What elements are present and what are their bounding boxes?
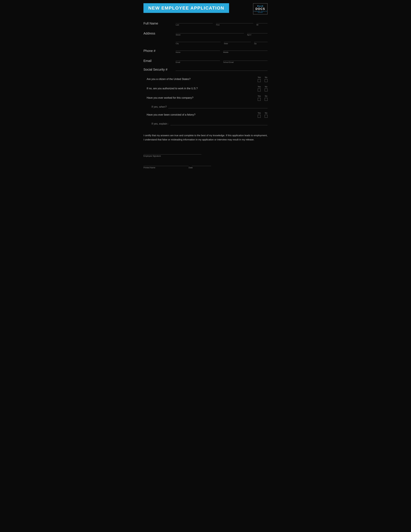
signature-section: Employee Signature Printed Name Date: [143, 150, 268, 169]
phone-label: Phone #: [143, 47, 176, 53]
question-row-1: Are you a citizen of the United States? …: [147, 76, 268, 82]
email-section: Email Email School Email: [143, 57, 268, 64]
ssn-input-wrap: [176, 67, 268, 71]
yes-no-group-2: Yes No: [258, 86, 268, 91]
zip-group: Zip: [254, 38, 268, 45]
email-group: Email: [176, 57, 220, 63]
employee-signature-wrap: Employee Signature: [143, 150, 268, 157]
no-checkbox-4[interactable]: [265, 115, 268, 118]
email-input[interactable]: [176, 57, 220, 61]
certification-section: I certify that my answers are true and c…: [143, 133, 268, 142]
zip-label: Zip: [254, 43, 268, 45]
phone-section: Phone # Home Mobile: [143, 47, 268, 54]
yes-checkbox-2[interactable]: [258, 88, 261, 91]
city-label: City: [176, 43, 221, 45]
no-label-3: No: [265, 95, 267, 97]
question-text-4: Have you ever been convicted of a felony…: [147, 113, 254, 116]
mi-input[interactable]: [256, 19, 268, 23]
date-input[interactable]: [192, 162, 211, 166]
city-input[interactable]: [176, 38, 221, 42]
first-name-input[interactable]: [216, 19, 253, 23]
questions-section: Are you a citizen of the United States? …: [143, 76, 268, 125]
no-col-4: No: [265, 112, 268, 118]
question-row-2: If no, are you authorized to work in the…: [147, 86, 268, 91]
apt-group: Apt #: [247, 29, 268, 36]
followup-input-4[interactable]: [170, 121, 268, 125]
last-name-label: Last: [176, 24, 213, 26]
city-group: City: [176, 38, 221, 45]
header: NEW EMPLOYEE APPLICATION R●●S DOCS respo…: [143, 3, 268, 13]
state-label: State: [224, 43, 251, 45]
yes-no-group-3: Yes No: [258, 95, 268, 101]
employee-signature-label: Employee Signature: [143, 155, 268, 157]
mobile-phone-input[interactable]: [223, 47, 268, 51]
logo-line3: responsible choices for students: [253, 11, 267, 13]
yes-col-1: Yes: [258, 76, 261, 82]
city-state-row: City State Zip: [176, 38, 268, 45]
street-label: Street: [176, 34, 244, 36]
followup-row-3: If yes, when?: [147, 104, 268, 108]
certification-text: I certify that my answers are true and c…: [143, 133, 268, 142]
mobile-phone-group: Mobile: [223, 47, 268, 53]
page-title: NEW EMPLOYEE APPLICATION: [148, 6, 224, 11]
question-text-3: Have you ever worked for this company?: [147, 96, 254, 99]
ssn-section: Social Security #: [143, 67, 268, 71]
followup-row-4: If yes, explain :: [147, 121, 268, 125]
yes-col-3: Yes: [258, 95, 261, 101]
followup-label-4: If yes, explain :: [151, 122, 169, 125]
no-checkbox-1[interactable]: [265, 79, 268, 82]
question-row-3: Have you ever worked for this company? Y…: [147, 95, 268, 101]
printed-name-date-row: Printed Name Date: [143, 162, 268, 169]
home-phone-label: Home: [176, 51, 220, 53]
apt-input[interactable]: [247, 29, 268, 33]
yes-checkbox-1[interactable]: [258, 79, 261, 82]
ssn-input[interactable]: [176, 67, 268, 71]
yes-label-1: Yes: [258, 76, 261, 78]
email-sublabel: Email: [176, 61, 220, 63]
no-col-2: No: [265, 86, 268, 91]
printed-name-label: Printed Name: [143, 167, 188, 169]
yes-label-2: Yes: [258, 86, 261, 88]
first-name-label: First: [216, 24, 253, 26]
yes-no-group-4: Yes No: [258, 112, 268, 118]
phone-inputs: Home Mobile: [176, 47, 268, 54]
full-name-label: Full Name: [143, 19, 176, 25]
first-name-group: First: [216, 19, 253, 26]
yes-label-3: Yes: [258, 95, 261, 97]
no-checkbox-3[interactable]: [265, 98, 268, 101]
state-input[interactable]: [224, 38, 251, 42]
apt-label: Apt #: [247, 34, 268, 36]
date-label: Date: [188, 167, 211, 169]
followup-label-3: If yes, when?: [151, 105, 167, 108]
zip-input[interactable]: [254, 38, 268, 42]
no-label-4: No: [265, 112, 267, 114]
no-label-1: No: [265, 76, 267, 78]
phone-row: Home Mobile: [176, 47, 268, 53]
no-checkbox-2[interactable]: [265, 88, 268, 91]
street-input[interactable]: [176, 29, 244, 33]
school-email-sublabel: School Email: [223, 61, 268, 63]
question-text-2: If no, are you authorized to work in the…: [147, 87, 254, 90]
yes-checkbox-4[interactable]: [258, 115, 261, 118]
yes-col-2: Yes: [258, 86, 261, 91]
school-email-input[interactable]: [223, 57, 268, 61]
ssn-label: Social Security #: [143, 68, 176, 71]
full-name-section: Full Name Last First MI: [143, 19, 268, 27]
mi-group: MI: [256, 19, 268, 26]
logo-line2: DOCS: [255, 7, 265, 11]
email-row: Email School Email: [176, 57, 268, 63]
followup-input-3[interactable]: [168, 104, 268, 108]
school-email-group: School Email: [223, 57, 268, 63]
application-page: NEW EMPLOYEE APPLICATION R●●S DOCS respo…: [137, 0, 274, 177]
question-row-4: Have you ever been convicted of a felony…: [147, 112, 268, 118]
street-group: Street: [176, 29, 244, 36]
employee-signature-input[interactable]: [143, 150, 201, 154]
printed-name-input[interactable]: [143, 162, 188, 166]
last-name-input[interactable]: [176, 19, 213, 23]
last-name-group: Last: [176, 19, 213, 26]
email-inputs: Email School Email: [176, 57, 268, 64]
yes-checkbox-3[interactable]: [258, 98, 261, 101]
no-col-3: No: [265, 95, 268, 101]
company-logo: R●●S DOCS responsible choices for studen…: [253, 3, 268, 15]
home-phone-input[interactable]: [176, 47, 220, 51]
